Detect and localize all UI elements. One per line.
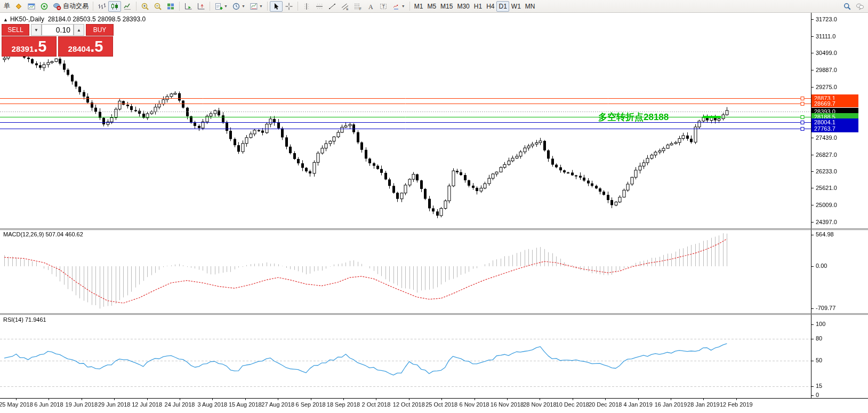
search-icon[interactable] [841,1,854,12]
timeframe-mn[interactable]: MN [523,1,537,12]
periods-button[interactable]: ▼ [230,1,247,12]
volume-increase-button[interactable]: ▲ [74,24,84,36]
timeframe-m5[interactable]: M5 [425,1,438,12]
line-chart-button[interactable] [121,1,134,12]
sell-button[interactable]: SELL [2,24,29,36]
templates-button[interactable]: ▼ [247,1,265,12]
sell-price-main: 28391 [12,42,34,53]
horizontal-line-button[interactable] [313,1,326,12]
buy-price-pips: .5 [90,37,103,56]
timeframe-m1[interactable]: M1 [412,1,425,12]
toolbar-separator [136,2,136,11]
shapes-button[interactable]: ▼ [390,1,407,12]
svg-text:F: F [359,6,361,10]
timeframe-w1[interactable]: W1 [509,1,523,12]
chart-collapse-icon[interactable]: ▲ [3,17,8,22]
new-order-icon[interactable] [12,1,25,12]
one-click-trading-panel: SELL ▼ ▲ BUY 28391 .5 28404 .5 [2,24,114,57]
chat-icon[interactable] [854,1,866,12]
zoom-in-button[interactable] [139,1,151,12]
text-label-button[interactable]: T [377,1,390,12]
bar-chart-button[interactable] [95,1,108,12]
cursor-button[interactable] [270,1,283,12]
timeframe-h4[interactable]: H4 [484,1,496,12]
timeframe-d1[interactable]: D1 [496,1,509,12]
signal-icon[interactable] [38,1,51,12]
volume-decrease-button[interactable]: ▼ [31,24,42,36]
rsi-indicator-label: RSI(14) 71.9461 [3,316,46,323]
svg-text:E: E [346,7,348,10]
crosshair-button[interactable] [283,1,295,12]
chart-title: ▲HK50-,Daily 28184.0 28503.5 28098.5 283… [3,15,146,23]
trendline-button[interactable] [326,1,339,12]
chart-symbol-period: HK50-,Daily [10,15,44,23]
toolbar-separator [409,2,410,11]
toolbar-separator [267,2,268,11]
chart-shift-button[interactable] [195,1,207,12]
vertical-line-button[interactable] [300,1,313,12]
fibonacci-button[interactable]: F [351,1,364,12]
buy-price-main: 28404 [68,42,91,53]
text-button[interactable]: A [364,1,377,12]
chart-ohlc-values: 28184.0 28503.5 28098.5 28393.0 [48,15,146,23]
macd-indicator-label: MACD(12,26,9) 507.04 460.62 [3,231,83,237]
auto-scroll-button[interactable] [182,1,195,12]
trend-annotation-text: 多空转折点28188 [598,111,669,123]
chart-plot-area[interactable] [0,0,868,413]
sell-price-display[interactable]: 28391 .5 [2,36,57,57]
equidistant-channel-button[interactable]: E [339,1,351,12]
zoom-out-button[interactable] [151,1,164,12]
svg-text:T: T [382,3,385,9]
main-toolbar: 单自动交易▼▼▼EFAT▼M1M5M15M30H1H4D1W1MN [0,0,868,13]
timeframe-m15[interactable]: M15 [438,1,455,12]
toolbar-separator [210,2,210,11]
toolbar-separator [179,2,180,11]
toolbar-separator [93,2,93,11]
volume-input[interactable] [42,24,74,36]
candlestick-button[interactable] [108,1,121,12]
timeframe-h1[interactable]: H1 [472,1,484,12]
timeframe-m30[interactable]: M30 [455,1,471,12]
autotrading-button[interactable]: 自动交易 [51,1,91,12]
tile-windows-button[interactable] [164,1,177,12]
buy-price-display[interactable]: 28404 .5 [58,36,113,57]
sell-price-pips: .5 [34,37,46,56]
new-chart-icon[interactable] [25,1,38,12]
new-order-partial-label[interactable]: 单 [2,1,12,12]
indicators-button[interactable]: ▼ [212,1,230,12]
buy-button[interactable]: BUY [86,24,114,36]
toolbar-separator [298,2,298,11]
svg-text:A: A [368,3,373,10]
